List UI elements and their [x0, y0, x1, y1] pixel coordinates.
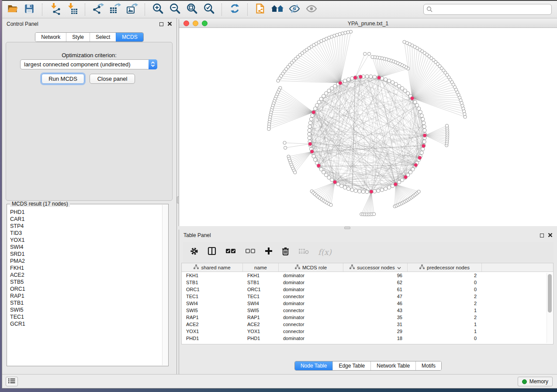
horizontal-splitter[interactable] [179, 226, 557, 230]
search-input[interactable] [423, 4, 552, 15]
mcds-result-item[interactable]: STB5 [10, 279, 162, 285]
mcds-result-item[interactable]: YOX1 [10, 237, 162, 244]
table-row[interactable]: SWI5SWI5connector431 [182, 307, 553, 314]
home-button[interactable] [271, 3, 284, 16]
mcds-result-item[interactable]: STB1 [10, 299, 162, 306]
zoom-out-button[interactable] [168, 3, 181, 16]
open-file-button[interactable] [6, 3, 19, 16]
node-table: shared namenameMCDS rolesuccessor nodesp… [181, 263, 554, 344]
split-columns-icon[interactable] [208, 247, 216, 257]
table-row[interactable]: PHD1PHD1dominator180 [182, 335, 553, 342]
delete-column-icon[interactable] [282, 247, 289, 257]
share-document-button[interactable] [254, 3, 267, 16]
tab-style[interactable]: Style [66, 33, 90, 41]
tab-mcds[interactable]: MCDS [116, 33, 143, 41]
tab-edge-table[interactable]: Edge Table [332, 361, 370, 370]
import-table-icon [66, 3, 78, 17]
table-row[interactable]: ACE2ACE2connector311 [182, 321, 553, 328]
column-header-mcds-role[interactable]: MCDS role [279, 263, 343, 272]
select-all-icon[interactable] [225, 248, 236, 256]
toolbar-separator [247, 3, 248, 16]
settings-gear-icon[interactable] [190, 247, 198, 257]
eye-icon [305, 3, 318, 16]
column-header-successor-nodes[interactable]: successor nodes [343, 263, 408, 272]
mcds-result-item[interactable]: TEC1 [10, 313, 162, 320]
float-panel-icon[interactable] [159, 22, 163, 26]
mcds-result-item[interactable]: PHD1 [10, 209, 162, 216]
delete-table-icon [298, 248, 309, 256]
zoom-fit-button[interactable] [185, 3, 198, 16]
toolbar-separator [221, 3, 222, 16]
zoom-in-icon [152, 3, 164, 16]
table-row[interactable]: FKH1FKH1dominator962 [182, 272, 553, 279]
tab-network[interactable]: Network [35, 33, 66, 41]
task-history-button[interactable] [6, 377, 18, 386]
export-table-button[interactable] [108, 3, 121, 16]
zoom-selected-button[interactable] [202, 3, 215, 16]
table-cell: 46 [343, 300, 408, 307]
mcds-result-item[interactable]: TID3 [10, 230, 162, 237]
import-network-button[interactable] [48, 3, 62, 16]
scrollbar-thumb[interactable] [548, 274, 552, 313]
mcds-result-item[interactable]: CAR1 [10, 216, 162, 223]
dropdown-selected-value: largest connected component (undirected) [21, 61, 149, 68]
tab-network-table[interactable]: Network Table [370, 361, 415, 370]
show-details-button[interactable] [305, 3, 318, 16]
table-row[interactable]: TEC1TEC1connector472 [182, 293, 553, 300]
export-image-button[interactable] [125, 3, 138, 16]
network-canvas-svg[interactable] [179, 28, 557, 226]
optimization-criterion-dropdown[interactable]: largest connected component (undirected) [20, 59, 157, 69]
search-container [423, 4, 552, 15]
table-row[interactable]: STB1STB1dominator620 [182, 279, 553, 286]
mcds-result-list: PHD1CAR1STP4TID3YOX1SWI4SRD1PMA2FKH1ACE2… [10, 209, 162, 365]
mcds-result-item[interactable]: GCR1 [10, 320, 162, 327]
mcds-result-item[interactable]: RAP1 [10, 292, 162, 299]
import-table-button[interactable] [66, 3, 79, 16]
mcds-result-item[interactable]: SWI4 [10, 244, 162, 251]
float-panel-icon[interactable] [540, 234, 544, 237]
export-network-icon [92, 3, 104, 17]
export-network-button[interactable] [91, 3, 104, 16]
table-cell: 18 [343, 335, 408, 342]
mcds-result-item[interactable]: SWI5 [10, 306, 162, 313]
add-column-icon[interactable] [265, 247, 273, 257]
hide-details-button[interactable] [288, 3, 301, 16]
save-session-button[interactable] [23, 3, 36, 16]
column-header-predecessor-nodes[interactable]: predecessor nodes [408, 263, 482, 272]
unselect-all-icon[interactable] [245, 248, 256, 256]
mcds-result-box: MCDS result (17 nodes) PHD1CAR1STP4TID3Y… [7, 204, 169, 366]
tab-node-table[interactable]: Node Table [295, 361, 333, 370]
mcds-result-item[interactable]: ORC1 [10, 285, 162, 292]
close-panel-icon[interactable] [167, 20, 172, 28]
column-header-shared-name[interactable]: shared name [182, 263, 243, 272]
memory-button[interactable]: Memory [518, 377, 553, 386]
table-row[interactable]: YOX1YOX1connector291 [182, 328, 553, 335]
close-panel-button[interactable]: Close panel [90, 74, 135, 84]
main-toolbar [2, 1, 557, 18]
network-window-titlebar[interactable]: YPA_prune.txt_1 [179, 19, 557, 28]
tab-select[interactable]: Select [90, 33, 116, 41]
mcds-result-scrollbar[interactable] [162, 205, 168, 365]
table-toolbar: f(x) [183, 242, 554, 262]
tab-motifs[interactable]: Motifs [415, 361, 441, 370]
mcds-result-item[interactable]: STP4 [10, 223, 162, 230]
mcds-result-item[interactable]: PMA2 [10, 258, 162, 265]
table-row[interactable]: SWI4SWI4dominator462 [182, 300, 553, 307]
table-panel: Table Panel f(x) shared namenameMCDS rol… [179, 230, 557, 374]
table-row[interactable]: ORC1ORC1dominator610 [182, 286, 553, 293]
close-panel-icon[interactable] [548, 231, 553, 239]
table-cell: 62 [343, 279, 408, 286]
mcds-result-item[interactable]: FKH1 [10, 265, 162, 272]
table-cell: TEC1 [182, 293, 243, 300]
zoom-in-button[interactable] [151, 3, 164, 16]
table-row[interactable]: RAP1RAP1dominator352 [182, 314, 553, 321]
column-header-name[interactable]: name [243, 263, 279, 272]
refresh-button[interactable] [228, 3, 241, 16]
mcds-result-title: MCDS result (17 nodes) [10, 201, 70, 207]
mcds-result-item[interactable]: ACE2 [10, 272, 162, 279]
table-scrollbar[interactable] [547, 273, 552, 343]
network-canvas[interactable] [179, 28, 557, 226]
run-mcds-button[interactable]: Run MCDS [42, 74, 84, 84]
mcds-result-item[interactable]: SRD1 [10, 251, 162, 258]
splitter-grip[interactable] [344, 227, 350, 229]
